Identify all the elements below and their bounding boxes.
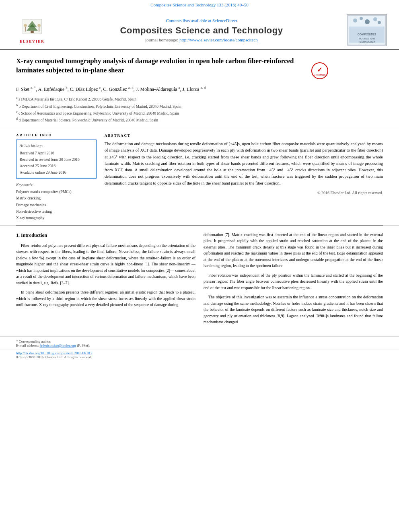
journal-header: ELSEVIER Contents lists available at Sci… <box>0 9 399 50</box>
svg-text:SCIENCE AND: SCIENCE AND <box>359 37 375 40</box>
crossmark-symbol: ✓ <box>317 66 322 74</box>
affiliations: a a IMDEA Materials Institute, C/ Eric K… <box>16 96 383 123</box>
crossmark-text: CrossMark <box>314 74 325 76</box>
intro-right-paragraph-2: Fiber rotation was independent of the pl… <box>204 272 383 291</box>
issn-text: 0266-3538/© 2016 Elsevier Ltd. All right… <box>16 355 92 359</box>
article-info-column: ARTICLE INFO Article history: Received 7… <box>16 133 97 221</box>
journal-cover-image: COMPOSITES SCIENCE AND TECHNOLOGY <box>347 14 387 46</box>
svg-text:TECHNOLOGY: TECHNOLOGY <box>358 41 375 43</box>
main-content: 1. Introduction Fiber-reinforced polymer… <box>0 226 399 337</box>
homepage-url[interactable]: http://www.elsevier.com/locate/compscite… <box>179 37 258 42</box>
keywords-title: Keywords: <box>16 183 97 187</box>
copyright-line: © 2016 Elsevier Ltd. All rights reserved… <box>105 190 383 196</box>
journal-center: Contents lists available at ScienceDirec… <box>60 18 343 42</box>
article-title: X-ray computed tomography analysis of da… <box>16 57 310 75</box>
svg-rect-3 <box>31 31 34 33</box>
keyword-2: Matrix cracking <box>16 195 97 201</box>
email-note: E-mail address: federico.sket@imdea.org … <box>16 343 383 347</box>
main-left-column: 1. Introduction Fiber-reinforced polymer… <box>16 232 195 329</box>
journal-title: Composites Science and Technology <box>60 25 343 36</box>
svg-point-13 <box>373 17 377 21</box>
abstract-text: The deformation and damage mechanisms du… <box>105 141 383 187</box>
corresponding-author-note: * Corresponding author. <box>16 339 383 343</box>
article-title-section: X-ray computed tomography analysis of da… <box>0 50 399 128</box>
keyword-3: Damage mechanics <box>16 202 97 208</box>
svg-point-11 <box>360 17 363 20</box>
author-email-link[interactable]: federico.sket@imdea.org <box>39 343 76 347</box>
available-online-date: Available online 29 June 2016 <box>20 169 93 176</box>
keywords-section: Keywords: Polymer-matrix composites (PMC… <box>16 183 97 221</box>
svg-text:COMPOSITES: COMPOSITES <box>358 33 376 36</box>
footnote-section: * Corresponding author. E-mail address: … <box>0 337 399 349</box>
introduction-title: 1. Introduction <box>16 232 195 239</box>
citation-text: Composites Science and Technology 133 (2… <box>150 2 248 7</box>
sciencedirect-label[interactable]: ScienceDirect <box>212 18 237 23</box>
history-title: Article history: <box>20 142 93 149</box>
elsevier-logo <box>14 17 50 37</box>
crossmark-badge[interactable]: ✓ CrossMark <box>310 61 330 81</box>
revised-date: Received in revised form 20 June 2016 <box>20 156 93 163</box>
authors-line: F. Sket a, *, A. Enfedaque b, C. Díaz Ló… <box>16 85 383 93</box>
journal-citation: Composites Science and Technology 133 (2… <box>0 0 399 9</box>
keyword-5: X-ray tomography <box>16 215 97 221</box>
intro-paragraph-1: Fiber-reinforced polymers present differ… <box>16 242 195 286</box>
sciencedirect-link: Contents lists available at ScienceDirec… <box>60 18 343 23</box>
svg-point-14 <box>378 21 381 24</box>
intro-right-paragraph-1: deformation [7]. Matrix cracking was fir… <box>204 232 383 269</box>
article-info-heading: ARTICLE INFO <box>16 133 97 137</box>
svg-point-12 <box>365 19 370 24</box>
article-info-abstract-section: ARTICLE INFO Article history: Received 7… <box>0 128 399 226</box>
keyword-4: Non-destructive testing <box>16 208 97 215</box>
crossmark-circle: ✓ CrossMark <box>311 62 328 79</box>
svg-point-4 <box>24 24 27 27</box>
main-right-column: deformation [7]. Matrix cracking was fir… <box>204 232 383 329</box>
affiliation-d: d d Department of Material Science, Poly… <box>16 117 383 123</box>
article-history-box: Article history: Received 7 April 2016 R… <box>16 140 97 179</box>
doi-link[interactable]: http://dx.doi.org/10.1016/j.compscitech.… <box>16 351 93 355</box>
affiliation-c: c c School of Aeronautics and Space Engi… <box>16 110 383 117</box>
intro-paragraph-2: In plane shear deformation presents thre… <box>16 289 195 308</box>
accepted-date: Accepted 25 June 2016 <box>20 163 93 169</box>
doi-section: http://dx.doi.org/10.1016/j.compscitech.… <box>0 349 399 362</box>
svg-point-6 <box>37 24 41 27</box>
journal-homepage: journal homepage: http://www.elsevier.co… <box>60 37 343 42</box>
abstract-column: ABSTRACT The deformation and damage mech… <box>105 133 383 221</box>
svg-point-10 <box>353 18 357 23</box>
affiliation-a: a a IMDEA Materials Institute, C/ Eric K… <box>16 96 383 103</box>
received-date: Received 7 April 2016 <box>20 150 93 156</box>
journal-cover-image-area: COMPOSITES SCIENCE AND TECHNOLOGY <box>347 14 391 46</box>
abstract-heading: ABSTRACT <box>105 133 383 139</box>
keyword-1: Polymer-matrix composites (PMCs) <box>16 189 97 195</box>
affiliation-b: b b Department of Civil Engineering: Con… <box>16 103 383 110</box>
intro-right-paragraph-3: The objective of this investigation was … <box>204 294 383 325</box>
elsevier-text: ELSEVIER <box>20 39 45 43</box>
publisher-logo-area: ELSEVIER <box>8 17 56 43</box>
